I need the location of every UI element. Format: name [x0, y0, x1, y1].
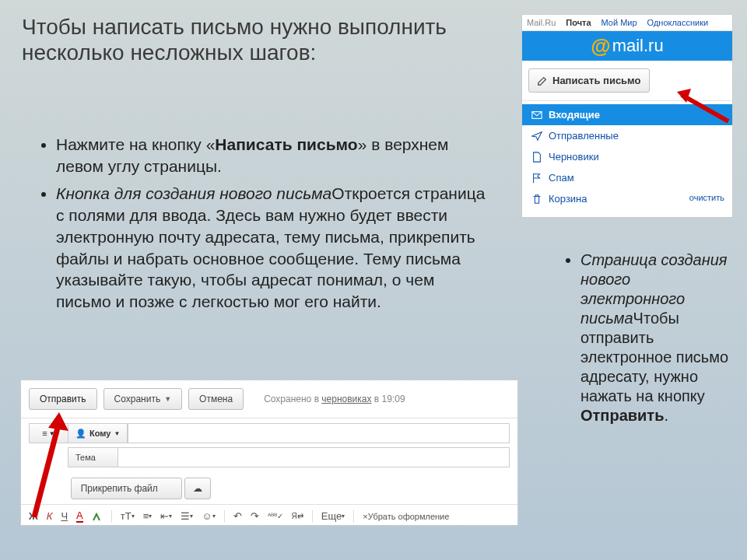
flag-icon [531, 173, 542, 184]
align-button[interactable]: ≡▾ [143, 510, 153, 522]
attach-cloud-button[interactable]: ☁ [184, 478, 211, 499]
edit-icon [537, 75, 548, 86]
folder-spam[interactable]: Спам [522, 167, 732, 188]
send-button[interactable]: Отправить [29, 388, 97, 410]
bold-button[interactable]: Ж [29, 510, 38, 522]
font-color-button[interactable]: А [76, 509, 83, 523]
drafts-link[interactable]: черновиках [321, 394, 371, 404]
font-size-button[interactable]: тТ▾ [121, 510, 135, 522]
indent-button[interactable]: ⇤▾ [160, 510, 172, 522]
folder-sent[interactable]: Отправленные [522, 125, 732, 146]
undo-button[interactable]: ↶ [233, 510, 242, 522]
slide-title: Чтобы написать письмо нужно выполнить не… [22, 14, 481, 65]
main-bullets: Нажмите на кнопку «Написать письмо» в ве… [40, 134, 492, 319]
chevron-down-icon: ▼ [164, 395, 171, 403]
red-arrow-compose [675, 86, 730, 124]
to-label-button[interactable]: 👤 Кому ▼ [68, 423, 128, 443]
at-icon: @ [591, 34, 610, 58]
attach-file-button[interactable]: Прикрепить файл [71, 478, 182, 499]
nav-moimir[interactable]: Мой Мир [601, 18, 637, 27]
translate-button[interactable]: Я⇄ [292, 512, 303, 520]
cloud-icon: ☁ [193, 483, 202, 494]
right-bullet: Страница создания нового электронного пи… [562, 250, 733, 425]
highlight-button[interactable] [92, 511, 103, 522]
folder-trash[interactable]: Корзина очистить [522, 188, 732, 209]
to-input[interactable] [128, 423, 510, 443]
spellcheck-button[interactable]: ᴬᴮᴮ✓ [268, 512, 283, 520]
autosave-status: Сохранено в черновиках в 19:09 [264, 394, 405, 404]
redo-button[interactable]: ↷ [251, 510, 259, 522]
italic-button[interactable]: К [47, 510, 53, 522]
priority-dropdown[interactable]: ≡ ▼ [29, 423, 68, 443]
chevron-down-icon: ▼ [114, 430, 120, 437]
file-icon [531, 152, 542, 163]
nav-pochta[interactable]: Почта [566, 18, 591, 27]
emoji-button[interactable]: ☺▾ [202, 510, 215, 522]
more-button[interactable]: Еще▾ [321, 510, 345, 522]
subject-input[interactable] [117, 447, 510, 467]
cancel-button[interactable]: Отмена [188, 388, 244, 410]
folder-drafts[interactable]: Черновики [522, 146, 732, 167]
nav-odnoklassniki[interactable]: Одноклассники [647, 18, 709, 27]
underline-button[interactable]: Ч [61, 510, 68, 522]
person-icon: 👤 [75, 429, 86, 439]
mailru-topnav: Mail.Ru Почта Мой Мир Одноклассники [522, 15, 732, 31]
mailru-logo: @mail.ru [522, 31, 732, 61]
format-toolbar: Ж К Ч А тТ▾ ≡▾ ⇤▾ ☰▾ ☺▾ ↶ ↷ ᴬᴮᴮ✓ Я⇄ Еще▾… [21, 504, 517, 527]
trash-clear-link[interactable]: очистить [689, 193, 724, 202]
nav-mailru[interactable]: Mail.Ru [527, 18, 556, 27]
compose-button[interactable]: Написать письмо [528, 68, 650, 93]
bullet-1: Нажмите на кнопку «Написать письмо» в ве… [56, 134, 492, 177]
list-button[interactable]: ☰▾ [181, 510, 193, 522]
subject-label: Тема [68, 447, 117, 467]
bullet-2: Кнопка для создания нового письмаОткроет… [56, 183, 492, 312]
plane-icon [531, 131, 542, 142]
envelope-icon [531, 110, 542, 121]
right-bullet-item: Страница создания нового электронного пи… [580, 250, 733, 425]
clear-format-button[interactable]: × Убрать оформление [363, 512, 449, 521]
save-button[interactable]: Сохранить▼ [103, 388, 183, 410]
compose-panel-screenshot: Отправить Сохранить▼ Отмена Сохранено в … [20, 380, 518, 526]
trash-icon [531, 194, 542, 205]
